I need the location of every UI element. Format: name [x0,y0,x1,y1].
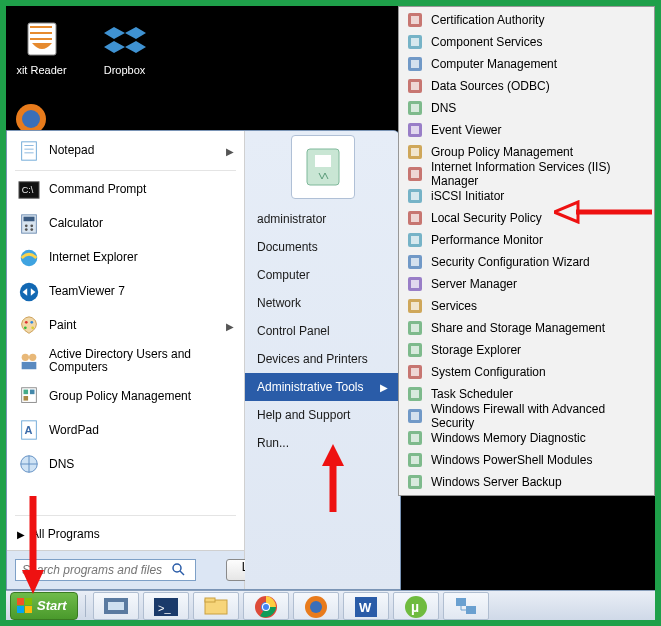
admin-tool-data-sources-odbc-[interactable]: Data Sources (ODBC) [399,75,654,97]
wordpad-icon: A [17,418,41,442]
admin-tool-windows-server-backup[interactable]: Windows Server Backup [399,471,654,493]
right-item-computer[interactable]: Computer [245,261,400,289]
admin-tool-label: Windows PowerShell Modules [431,453,592,467]
desktop-icon-foxit[interactable]: xit Reader [14,16,69,76]
all-programs-label: All Programs [31,527,100,541]
pinned-aduc[interactable]: Active Directory Users and Computers [7,343,244,379]
admin-tool-icon [407,188,423,204]
svg-rect-57 [411,236,419,244]
svg-rect-9 [24,217,35,222]
svg-rect-47 [411,126,419,134]
right-item-label: Help and Support [257,408,350,422]
pinned-calculator[interactable]: Calculator [7,207,244,241]
pinned-notepad[interactable]: Notepad▶ [7,134,244,168]
pinned-dns[interactable]: DNS [7,447,244,481]
svg-point-93 [263,604,269,610]
admin-tool-icon [407,78,423,94]
aduc-icon [17,349,41,373]
right-item-label: Documents [257,240,318,254]
admin-tool-label: DNS [431,101,456,115]
right-item-network[interactable]: Network [245,289,400,317]
admin-tool-performance-monitor[interactable]: Performance Monitor [399,229,654,251]
pinned-item-label: DNS [49,458,74,471]
right-item-administrator[interactable]: administrator [245,205,400,233]
admin-tool-label: System Configuration [431,365,546,379]
right-item-control-panel[interactable]: Control Panel [245,317,400,345]
admin-tool-icon [407,364,423,380]
svg-point-20 [24,326,27,329]
notepad-icon [17,139,41,163]
taskbar-word-icon[interactable]: W [343,592,389,620]
right-item-administrative-tools[interactable]: Administrative Tools▶ [245,373,400,401]
right-item-devices-and-printers[interactable]: Devices and Printers [245,345,400,373]
right-item-run-[interactable]: Run... [245,429,400,457]
right-item-label: Administrative Tools [257,380,364,394]
admin-tool-iscsi-initiator[interactable]: iSCSI Initiator [399,185,654,207]
admin-tool-internet-information-services-iis-manager[interactable]: Internet Information Services (IIS) Mana… [399,163,654,185]
svg-text:W: W [359,600,372,615]
right-item-documents[interactable]: Documents [245,233,400,261]
search-input[interactable] [15,559,196,581]
pinned-item-label: Internet Explorer [49,251,138,264]
pinned-gpmc[interactable]: Group Policy Management [7,379,244,413]
svg-point-18 [25,321,28,324]
admin-tool-label: Certification Authority [431,13,544,27]
admin-tool-security-configuration-wizard[interactable]: Security Configuration Wizard [399,251,654,273]
admin-tool-certification-authority[interactable]: Certification Authority [399,9,654,31]
admin-tool-share-and-storage-management[interactable]: Share and Storage Management [399,317,654,339]
admin-tool-system-configuration[interactable]: System Configuration [399,361,654,383]
taskbar-powershell-icon[interactable]: >_ [143,592,189,620]
search-icon[interactable] [172,561,186,579]
right-item-label: Devices and Printers [257,352,368,366]
pinned-paint[interactable]: Paint▶ [7,309,244,343]
admin-tool-label: Services [431,299,477,313]
dropbox-icon [104,19,146,59]
admin-tool-icon [407,122,423,138]
admin-tool-label: Computer Management [431,57,557,71]
admin-tool-icon [407,100,423,116]
admin-tool-icon [407,408,423,424]
pinned-teamviewer[interactable]: TeamViewer 7 [7,275,244,309]
start-menu: Notepad▶C:\Command PromptCalculatorInter… [6,130,401,590]
svg-point-12 [25,228,28,231]
svg-point-22 [22,354,29,361]
admin-tool-storage-explorer[interactable]: Storage Explorer [399,339,654,361]
right-item-help-and-support[interactable]: Help and Support [245,401,400,429]
admin-tool-services[interactable]: Services [399,295,654,317]
desktop-icon-dropbox[interactable]: Dropbox [97,16,152,76]
svg-text:>_: >_ [158,602,171,614]
taskbar-explorer-icon[interactable] [193,592,239,620]
taskbar-network-icon[interactable] [443,592,489,620]
pinned-internet-explorer[interactable]: Internet Explorer [7,241,244,275]
pinned-command-prompt[interactable]: C:\Command Prompt [7,173,244,207]
svg-point-32 [173,564,181,572]
taskbar-utorrent-icon[interactable]: µ [393,592,439,620]
start-button-label: Start [37,598,67,613]
admin-tool-dns[interactable]: DNS [399,97,654,119]
svg-rect-26 [24,390,29,395]
submenu-arrow-icon: ▶ [226,146,234,157]
admin-tool-computer-management[interactable]: Computer Management [399,53,654,75]
admin-tool-server-manager[interactable]: Server Manager [399,273,654,295]
admin-tool-icon [407,166,423,182]
svg-rect-61 [411,280,419,288]
taskbar-server-manager-icon[interactable] [93,592,139,620]
admin-tool-component-services[interactable]: Component Services [399,31,654,53]
admin-tool-windows-powershell-modules[interactable]: Windows PowerShell Modules [399,449,654,471]
taskbar-firefox-icon[interactable] [293,592,339,620]
svg-text:µ: µ [411,599,419,615]
admin-tool-label: Internet Information Services (IIS) Mana… [431,160,646,188]
pinned-wordpad[interactable]: AWordPad [7,413,244,447]
admin-tool-event-viewer[interactable]: Event Viewer [399,119,654,141]
right-item-label: Computer [257,268,310,282]
taskbar-chrome-icon[interactable] [243,592,289,620]
admin-tool-windows-firewall-with-advanced-security[interactable]: Windows Firewall with Advanced Security [399,405,654,427]
svg-point-23 [29,354,36,361]
all-programs[interactable]: ▶ All Programs [7,518,244,550]
admin-tool-windows-memory-diagnostic[interactable]: Windows Memory Diagnostic [399,427,654,449]
admin-tool-icon [407,210,423,226]
svg-rect-83 [25,606,32,613]
admin-tool-local-security-policy[interactable]: Local Security Policy [399,207,654,229]
start-button[interactable]: Start [10,592,78,620]
admin-tool-icon [407,386,423,402]
